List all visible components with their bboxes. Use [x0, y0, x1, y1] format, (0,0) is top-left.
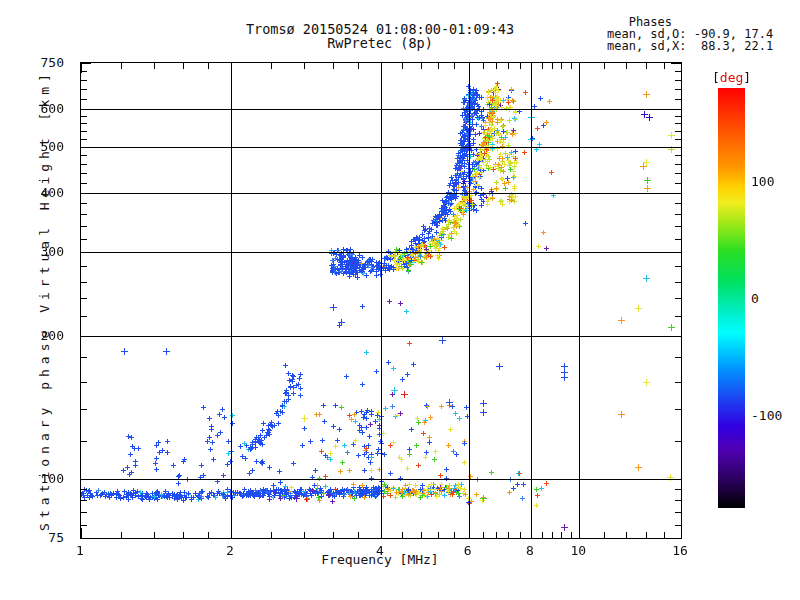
- x-tick: [552, 63, 553, 69]
- y-tick: [675, 382, 681, 383]
- y-tick: [675, 214, 681, 215]
- x-tick: [552, 532, 553, 538]
- x-tick: [121, 532, 122, 538]
- x-tick: [646, 532, 647, 538]
- x-tick-label-10: 10: [570, 543, 586, 558]
- y-tick: [81, 525, 87, 526]
- x-tick: [646, 63, 647, 69]
- x-tick: [542, 63, 543, 69]
- y-tick: [81, 500, 87, 501]
- y-tick: [675, 164, 681, 165]
- x-tick: [664, 63, 665, 69]
- y-tick: [81, 239, 87, 240]
- phase-stats-x-mode: mean, sd,X: 88.3, 22.1: [607, 40, 773, 52]
- phase-stats-block: Phases mean, sd,O: -90.9, 17.4 mean, sd,…: [607, 16, 773, 52]
- x-tick: [271, 63, 272, 69]
- y-tick: [671, 109, 681, 110]
- y-tick: [81, 183, 87, 184]
- colorbar-bracket-close: ]: [743, 70, 751, 85]
- x-tick: [381, 63, 382, 73]
- y-tick: [675, 357, 681, 358]
- plot-subtitle: RwPretec (8p): [327, 35, 433, 51]
- x-tick: [531, 528, 532, 538]
- gridline-v-6: [469, 63, 470, 538]
- y-tick: [675, 71, 681, 72]
- y-tick: [675, 525, 681, 526]
- y-tick: [675, 500, 681, 501]
- x-tick: [469, 528, 470, 538]
- x-tick-label-8: 8: [526, 543, 534, 558]
- y-tick: [81, 193, 91, 194]
- y-tick: [675, 89, 681, 90]
- y-tick: [81, 266, 87, 267]
- x-tick: [561, 63, 562, 69]
- y-tick: [81, 538, 91, 539]
- x-tick-label-1: 1: [76, 543, 84, 558]
- y-tick: [81, 203, 87, 204]
- y-tick: [81, 479, 91, 480]
- x-tick: [271, 532, 272, 538]
- y-tick: [671, 252, 681, 253]
- x-tick: [454, 63, 455, 69]
- y-tick-label-400: 400: [24, 184, 64, 199]
- y-tick: [81, 80, 87, 81]
- x-tick: [483, 63, 484, 69]
- y-tick: [675, 409, 681, 410]
- y-tick: [81, 441, 87, 442]
- colorbar-tick-label-0: 0: [751, 291, 759, 306]
- x-tick: [664, 532, 665, 538]
- x-tick: [604, 63, 605, 69]
- y-tick: [81, 99, 87, 100]
- x-tick: [421, 63, 422, 69]
- x-tick: [626, 532, 627, 538]
- y-tick: [81, 116, 87, 117]
- x-tick: [571, 532, 572, 538]
- y-tick: [675, 266, 681, 267]
- x-tick: [358, 532, 359, 538]
- y-tick: [671, 63, 681, 64]
- colorbar-tick-label-100: 100: [751, 174, 774, 189]
- y-tick: [81, 282, 87, 283]
- y-tick: [81, 357, 87, 358]
- colorbar-bracket-open: [: [712, 70, 720, 85]
- x-tick: [183, 63, 184, 69]
- y-tick: [81, 298, 87, 299]
- y-tick: [675, 226, 681, 227]
- y-tick: [671, 193, 681, 194]
- x-tick: [154, 63, 155, 69]
- x-tick: [496, 63, 497, 69]
- x-tick: [208, 532, 209, 538]
- colorbar: [718, 88, 745, 508]
- x-tick-label-4: 4: [376, 543, 384, 558]
- y-tick: [675, 298, 681, 299]
- x-tick: [121, 63, 122, 69]
- x-tick: [358, 63, 359, 69]
- y-tick-label-750: 750: [24, 55, 64, 70]
- x-tick: [438, 63, 439, 69]
- y-tick: [675, 99, 681, 100]
- x-tick: [520, 63, 521, 69]
- x-tick: [508, 532, 509, 538]
- gridline-v-4: [381, 63, 382, 538]
- x-tick: [469, 63, 470, 73]
- y-tick: [675, 183, 681, 184]
- plot-area: [80, 62, 682, 539]
- y-tick: [675, 316, 681, 317]
- x-tick: [604, 532, 605, 538]
- y-tick-label-500: 500: [24, 138, 64, 153]
- x-tick: [402, 63, 403, 69]
- x-tick: [304, 63, 305, 69]
- x-tick: [333, 532, 334, 538]
- y-tick: [81, 123, 87, 124]
- x-tick: [579, 63, 580, 73]
- x-tick: [520, 532, 521, 538]
- y-tick: [675, 139, 681, 140]
- y-tick: [81, 147, 91, 148]
- x-tick: [542, 532, 543, 538]
- y-tick-label-75: 75: [24, 530, 64, 545]
- x-tick: [571, 63, 572, 69]
- y-tick-label-600: 600: [24, 101, 64, 116]
- y-tick: [81, 155, 87, 156]
- y-tick: [675, 155, 681, 156]
- y-tick: [675, 282, 681, 283]
